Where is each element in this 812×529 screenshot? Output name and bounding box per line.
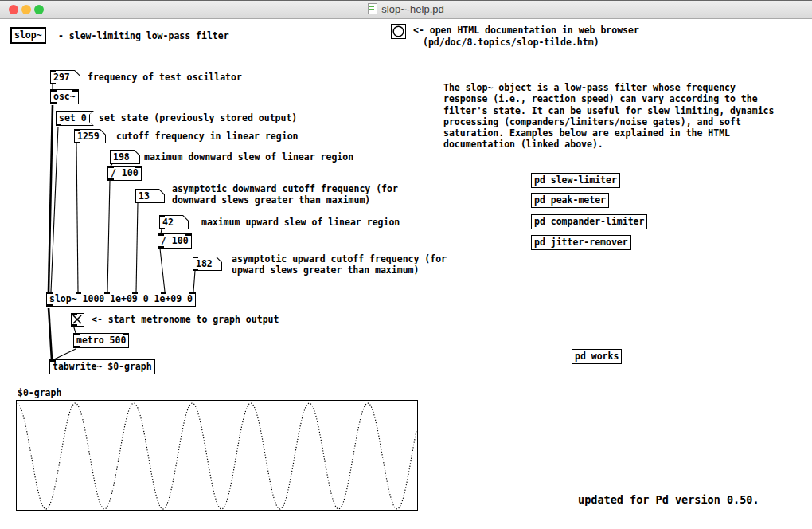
inlet-nub <box>74 128 80 131</box>
inlet-nub <box>72 313 77 315</box>
inlet-nub <box>72 89 78 92</box>
comment-cutoff-frequency: cutoff frequency in linear region <box>116 131 298 142</box>
graph-array-frame <box>16 400 418 511</box>
object-metro: metro 500 <box>73 333 129 348</box>
number-value: 42 <box>160 216 188 229</box>
comment-description: The slop~ object is a low-pass filter wh… <box>443 82 774 151</box>
number-value: 13 <box>136 190 164 202</box>
object-slop-main: slop~ 1000 1e+09 0 1e+09 0 <box>46 292 196 307</box>
bang-open-docs[interactable] <box>391 24 406 39</box>
cord-div-to-slop <box>107 181 110 292</box>
comment-max-upward-slew: maximum upward slew of linear region <box>201 217 400 228</box>
bang-circle-icon <box>392 25 405 38</box>
comment-graph-label: $0-graph <box>18 387 61 398</box>
outlet-nub <box>135 202 141 204</box>
inlet-nub <box>193 256 198 258</box>
subpatch-peak-meter[interactable]: pd peak-meter <box>531 193 609 208</box>
inlet-nub <box>189 292 195 294</box>
number-test-frequency[interactable]: 297 <box>50 70 80 84</box>
comment-open-docs: <- open HTML documentation in web browse… <box>413 25 639 36</box>
number-value: 297 <box>51 71 80 84</box>
inlet-nub <box>161 292 166 294</box>
comment-version: updated for Pd version 0.50. <box>578 494 759 505</box>
comment-max-downward-slew: maximum downward slew of linear region <box>144 151 353 163</box>
inlet-nub <box>50 69 56 72</box>
inlet-nub <box>76 292 81 294</box>
comment-asymptotic-up: asymptotic upward cutoff frequency (for … <box>232 253 447 276</box>
outlet-nub <box>50 83 56 85</box>
cord-slop-to-tabwrite <box>49 308 52 359</box>
inlet-nub <box>110 149 115 151</box>
comment-title: - slew-limiting low-pass filter <box>58 30 229 41</box>
inlet-nub <box>185 233 191 236</box>
cord-set0-to-slop <box>51 127 58 292</box>
inlet-nub <box>47 292 53 294</box>
message-set-state[interactable]: set 0 <box>56 111 94 126</box>
object-osc: osc~ <box>50 89 79 104</box>
patch-canvas: slop~- slew-limiting low-pass filter <- … <box>0 18 812 529</box>
comment-set-state: set state (previously stored output) <box>99 112 297 123</box>
comment-docs-path: (pd/doc/8.topics/slop-tilde.htm) <box>423 37 599 48</box>
number-value: 1259 <box>75 130 105 143</box>
object-div-100-up: / 100 <box>158 233 192 249</box>
inlet-nub <box>104 292 110 294</box>
inlet-nub <box>123 333 128 335</box>
comment-start-metronome: <- start metronome to graph output <box>92 314 279 325</box>
subpatch-compander-limiter[interactable]: pd compander-limiter <box>531 214 647 229</box>
cord-13-to-slop <box>136 203 138 292</box>
window-title-area: slop~-help.pd <box>0 3 812 15</box>
outlet-nub <box>74 142 80 144</box>
inlet-nub <box>135 188 141 190</box>
inlet-nub <box>51 89 57 92</box>
number-asymptotic-down[interactable]: 13 <box>135 189 165 203</box>
outlet-nub <box>51 102 57 104</box>
inlet-nub <box>158 233 164 236</box>
outlet-nub <box>56 124 61 127</box>
window-title: slop~-help.pd <box>381 3 443 15</box>
outlet-nub <box>47 304 53 307</box>
inlet-nub <box>108 166 114 168</box>
titlebar: slop~-help.pd <box>0 0 812 19</box>
number-asymptotic-up[interactable]: 182 <box>193 257 222 271</box>
toggle-start-metronome[interactable] <box>71 313 84 327</box>
object-slop-tilde-title: slop~ <box>10 27 46 44</box>
subpatch-slew-limiter[interactable]: pd slew-limiter <box>531 173 620 188</box>
number-max-upward-slew[interactable]: 42 <box>159 215 189 229</box>
inlet-nub <box>135 166 141 168</box>
number-value: 198 <box>111 151 139 163</box>
comment-asymptotic-down: asymptotic downward cutoff frequency (fo… <box>172 183 398 206</box>
outlet-nub <box>110 163 115 165</box>
subpatch-jitter-remover[interactable]: pd jitter-remover <box>531 235 631 250</box>
comment-test-frequency: frequency of test oscillator <box>88 72 242 83</box>
outlet-nub <box>108 178 114 181</box>
pd-window: slop~-help.pd slop~- slew-limiting low-p… <box>0 0 812 529</box>
outlet-nub <box>72 324 77 327</box>
wave-path <box>18 403 416 509</box>
number-cutoff-frequency[interactable]: 1259 <box>74 129 106 143</box>
object-tabwrite: tabwrite~ $0-graph <box>49 359 155 374</box>
document-icon <box>368 3 377 14</box>
outlet-nub <box>159 228 165 230</box>
object-div-100-down: / 100 <box>107 166 142 181</box>
inlet-nub <box>74 333 80 335</box>
inlet-nub <box>132 292 138 294</box>
inlet-nub <box>56 110 61 112</box>
sine-wave-plot <box>17 401 419 511</box>
cord-osc-to-slop <box>49 105 53 292</box>
cord-metro-to-tabwrite <box>54 349 76 359</box>
number-max-downward-slew[interactable]: 198 <box>110 150 140 164</box>
inlet-nub <box>50 359 56 362</box>
number-value: 182 <box>193 257 221 270</box>
message-text: set 0 <box>57 112 93 125</box>
outlet-nub <box>74 346 80 348</box>
cord-1259-to-slop <box>76 143 78 292</box>
subpatch-works[interactable]: pd works <box>572 349 622 364</box>
outlet-nub <box>158 246 164 249</box>
cord-182-to-slop <box>193 271 195 292</box>
cord-div-to-slop-5 <box>160 249 165 292</box>
outlet-nub <box>193 269 198 272</box>
inlet-nub <box>159 214 165 217</box>
